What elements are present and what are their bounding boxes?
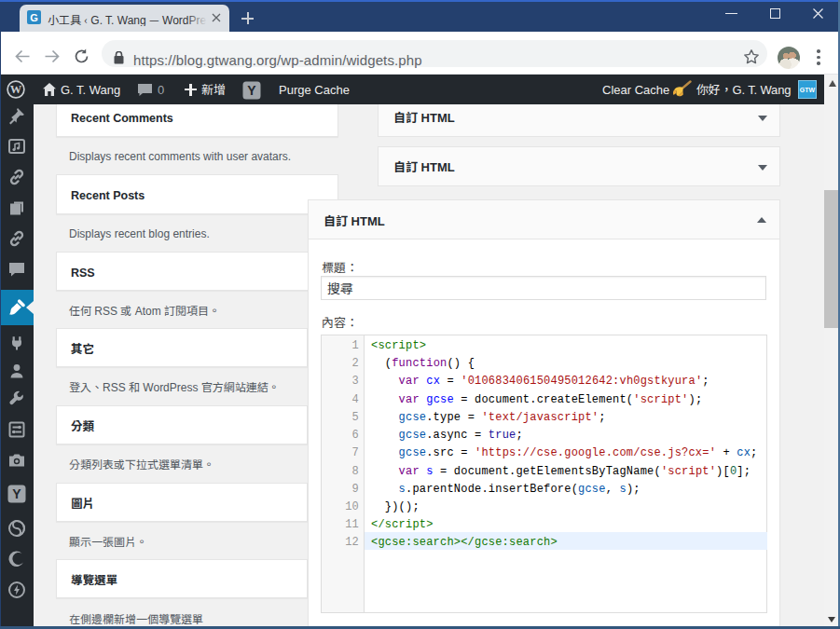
svg-text:W: W <box>10 83 22 96</box>
svg-text:Y: Y <box>247 83 256 98</box>
svg-text:Y: Y <box>12 486 21 501</box>
